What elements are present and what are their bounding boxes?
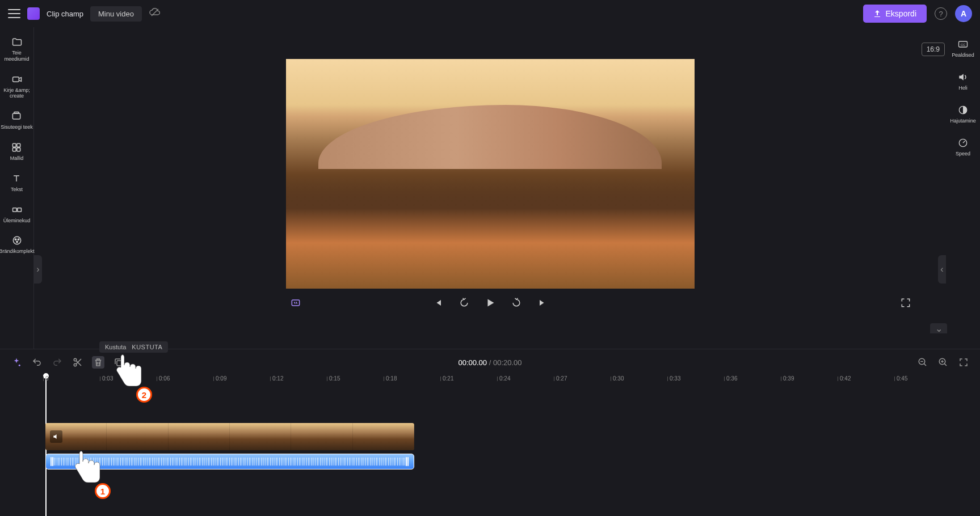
templates-icon	[11, 142, 22, 153]
panel-label: Pealdised	[952, 52, 974, 58]
panel-item-speed[interactable]: Speed	[956, 137, 970, 157]
rewind-button[interactable]	[458, 297, 470, 309]
ruler-tick: 0:27	[556, 375, 567, 382]
svg-point-10	[13, 237, 20, 244]
ai-sparkle-button[interactable]	[10, 356, 23, 369]
menu-button[interactable]	[8, 9, 20, 18]
ai-enhance-button[interactable]	[289, 297, 302, 309]
sidebar-item-record[interactable]: Kirje &amp; create	[0, 74, 33, 100]
ruler-tick: 0:45	[897, 375, 907, 382]
audio-trim-end-handle[interactable]	[406, 457, 409, 466]
ruler-tick: 0:24	[499, 375, 510, 382]
svg-point-11	[15, 239, 16, 240]
svg-rect-14	[292, 300, 299, 306]
svg-point-20	[74, 358, 77, 361]
ruler-tick: 0:15	[329, 375, 340, 382]
ruler-tick: 0:18	[386, 375, 397, 382]
play-button[interactable]	[484, 297, 497, 309]
app-logo-icon	[27, 7, 40, 20]
duplicate-button[interactable]	[112, 356, 125, 369]
panel-item-audio[interactable]: Heli	[957, 71, 969, 91]
panel-label: Heli	[958, 85, 968, 91]
svg-point-12	[18, 239, 19, 240]
speaker-icon	[957, 71, 969, 83]
folder-icon	[11, 36, 23, 48]
zoom-fit-button[interactable]	[957, 356, 970, 369]
undo-button[interactable]	[31, 356, 43, 369]
svg-rect-9	[17, 208, 21, 212]
video-preview[interactable]	[286, 59, 695, 289]
svg-rect-2	[13, 113, 20, 119]
track-mute-icon[interactable]	[50, 430, 62, 443]
ruler-tick: 0:06	[159, 375, 170, 382]
forward-button[interactable]	[510, 297, 523, 309]
ruler-tick: 0:03	[102, 375, 113, 382]
timeline-panel: Kustuta KUSTUTA 00:00.00 / 00:20.00 00:0…	[0, 349, 980, 516]
redo-button	[51, 356, 64, 369]
total-time: 00:20.00	[493, 358, 522, 367]
zoom-out-button[interactable]	[916, 356, 929, 369]
svg-point-13	[16, 242, 18, 243]
cc-icon: CC	[957, 39, 969, 50]
aspect-ratio-button[interactable]: 16:9	[922, 43, 945, 56]
right-sidebar: CC Pealdised Heli Hajutamine Speed	[946, 27, 980, 349]
sidebar-expand-tab[interactable]: ›	[34, 255, 42, 284]
panel-label: Speed	[956, 151, 970, 157]
timeline-ruler[interactable]: 00:030:060:090:120:150:180:210:240:270:3…	[45, 375, 935, 389]
svg-rect-22	[117, 361, 122, 366]
sidebar-label: Teie meediumid	[0, 50, 33, 62]
sidebar-item-library[interactable]: Sisuteegi teek	[1, 111, 33, 130]
sidebar-label: Sisuteegi teek	[1, 124, 33, 130]
user-avatar[interactable]: A	[955, 5, 972, 22]
playback-controls	[34, 289, 946, 317]
ruler-tick: 0:33	[670, 375, 680, 382]
timeline-collapse-tab[interactable]: ⌄	[930, 323, 947, 333]
sidebar-item-templates[interactable]: Mallid	[10, 142, 24, 162]
sidebar-item-brand[interactable]: Brändikomplekt	[0, 235, 35, 255]
skip-start-button[interactable]	[432, 297, 444, 309]
svg-rect-5	[17, 143, 20, 147]
left-sidebar: Teie meediumid Kirje &amp; create Sisute…	[0, 27, 34, 349]
zoom-in-button[interactable]	[937, 356, 949, 369]
panel-item-captions[interactable]: CC Pealdised	[952, 39, 974, 58]
svg-text:CC: CC	[961, 43, 965, 46]
sidebar-item-media[interactable]: Teie meediumid	[0, 36, 33, 62]
audio-track-clip[interactable]	[45, 454, 414, 470]
camera-icon	[11, 74, 23, 85]
svg-rect-6	[13, 148, 16, 151]
export-label: Ekspordi	[886, 9, 916, 18]
panel-expand-tab[interactable]: ‹	[938, 255, 946, 284]
ruler-tick: 0:21	[443, 375, 453, 382]
video-title-input[interactable]: Minu video	[90, 6, 142, 22]
sidebar-label: Brändikomplekt	[0, 248, 35, 255]
skip-end-button[interactable]	[536, 297, 549, 309]
cloud-sync-icon[interactable]	[149, 8, 160, 19]
upload-icon	[873, 10, 881, 18]
svg-rect-8	[12, 208, 16, 212]
brand-icon	[11, 235, 23, 246]
svg-rect-4	[13, 143, 16, 147]
panel-label: Hajutamine	[950, 118, 976, 124]
panel-item-fade[interactable]: Hajutamine	[950, 104, 976, 124]
split-button[interactable]	[71, 356, 84, 369]
sidebar-label: Kirje &amp; create	[0, 87, 33, 100]
time-display: 00:00.00 / 00:20.00	[458, 358, 521, 367]
help-button[interactable]: ?	[935, 7, 947, 20]
sidebar-item-transitions[interactable]: Üleminekud	[3, 204, 31, 224]
top-bar: Clip champ Minu video Ekspordi ? A	[0, 0, 980, 27]
fade-icon	[957, 104, 969, 116]
svg-point-21	[74, 363, 77, 366]
fullscreen-button[interactable]	[899, 297, 912, 309]
delete-button[interactable]	[92, 356, 104, 369]
svg-rect-3	[14, 112, 19, 114]
text-icon	[11, 173, 22, 184]
sidebar-item-text[interactable]: Tekst	[11, 173, 23, 193]
app-name: Clip champ	[47, 10, 83, 18]
video-track-clip[interactable]	[45, 423, 414, 450]
speedometer-icon	[957, 137, 969, 149]
ruler-tick: 0:39	[783, 375, 794, 382]
export-button[interactable]: Ekspordi	[863, 5, 927, 23]
preview-area	[34, 27, 946, 349]
sidebar-label: Tekst	[11, 187, 23, 193]
sidebar-label: Mallid	[10, 155, 24, 162]
